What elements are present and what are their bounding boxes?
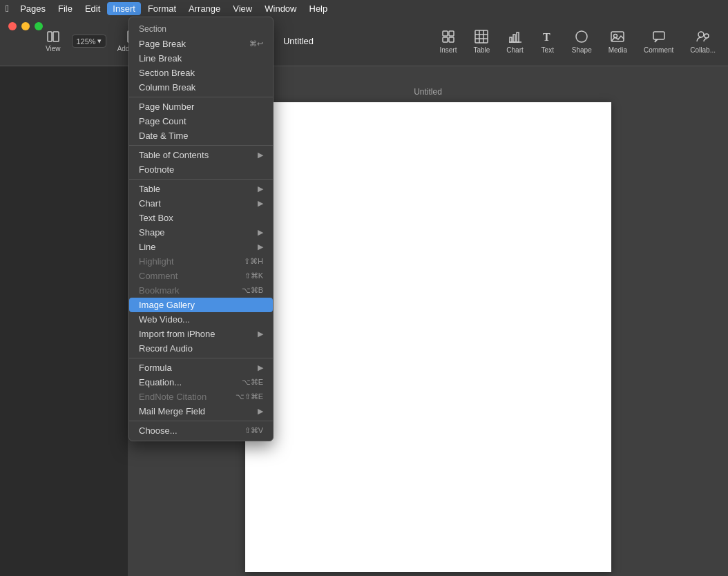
zoom-control[interactable]: 125% ▾ <box>72 35 106 48</box>
menu-item-page-break[interactable]: Page Break ⌘↩ <box>129 37 273 51</box>
menu-item-record-audio[interactable]: Record Audio <box>129 341 273 356</box>
tool-shape[interactable]: Shape <box>565 26 599 57</box>
insert-menu: Section Page Break ⌘↩ Line Break Section… <box>128 17 274 441</box>
separator-4 <box>129 358 273 358</box>
svg-text:T: T <box>543 31 550 43</box>
separator-2 <box>129 145 273 146</box>
document-title: Untitled <box>283 36 314 46</box>
menu-item-toc[interactable]: Table of Contents ▶ <box>129 148 273 162</box>
menu-item-table[interactable]: Table ▶ <box>129 182 273 196</box>
separator-5 <box>129 421 273 421</box>
menubar-arrange[interactable]: Arrange <box>183 2 226 15</box>
tool-text[interactable]: T Text <box>533 26 562 57</box>
svg-rect-5 <box>443 31 448 36</box>
traffic-lights <box>8 22 43 30</box>
main-area: Untitled <box>0 66 728 576</box>
menu-item-formula[interactable]: Formula ▶ <box>129 361 273 375</box>
menubar-pages[interactable]: Pages <box>15 2 51 15</box>
menubar-window[interactable]: Window <box>259 2 302 15</box>
menu-section-label: Section <box>129 20 273 37</box>
menubar-insert[interactable]: Insert <box>107 2 141 15</box>
menubar-format[interactable]: Format <box>142 2 182 15</box>
svg-point-24 <box>705 34 709 38</box>
menubar-help[interactable]: Help <box>304 2 334 15</box>
svg-rect-8 <box>449 37 454 42</box>
svg-rect-22 <box>653 32 664 39</box>
toolbar: View 125% ▾ Add Page Untitled Insert Tab… <box>0 17 728 66</box>
menu-item-section-break[interactable]: Section Break <box>129 66 273 80</box>
svg-rect-14 <box>510 37 512 42</box>
tool-table[interactable]: Table <box>466 26 497 57</box>
svg-rect-6 <box>449 31 454 36</box>
menu-item-comment[interactable]: Comment ⇧⌘K <box>129 269 273 283</box>
svg-rect-7 <box>443 37 448 42</box>
menu-item-column-break[interactable]: Column Break <box>129 80 273 95</box>
menubar:  Pages File Edit Insert Format Arrange … <box>0 0 728 17</box>
svg-rect-0 <box>48 32 52 41</box>
menubar-view[interactable]: View <box>227 2 258 15</box>
tool-insert[interactable]: Insert <box>432 26 463 57</box>
svg-point-23 <box>698 32 704 37</box>
svg-rect-15 <box>513 35 515 42</box>
tool-collab[interactable]: Collab... <box>683 26 722 57</box>
menu-item-line-break[interactable]: Line Break <box>129 51 273 66</box>
separator-1 <box>129 97 273 97</box>
menubar-edit[interactable]: Edit <box>79 2 106 15</box>
menu-item-image-gallery[interactable]: Image Gallery <box>129 298 273 312</box>
menubar-file[interactable]: File <box>52 2 78 15</box>
menu-item-bookmark[interactable]: Bookmark ⌥⌘B <box>129 283 273 298</box>
menu-item-equation[interactable]: Equation... ⌥⌘E <box>129 375 273 390</box>
document-name-label: Untitled <box>414 87 442 97</box>
separator-3 <box>129 179 273 180</box>
menu-item-mail-merge[interactable]: Mail Merge Field ▶ <box>129 404 273 419</box>
sidebar <box>0 66 128 576</box>
close-button[interactable] <box>8 22 17 30</box>
fullscreen-button[interactable] <box>35 22 43 30</box>
menu-item-page-number[interactable]: Page Number <box>129 99 273 114</box>
menu-item-endnote[interactable]: EndNote Citation ⌥⇧⌘E <box>129 390 273 404</box>
menu-item-highlight[interactable]: Highlight ⇧⌘H <box>129 254 273 269</box>
menu-item-import-iphone[interactable]: Import from iPhone ▶ <box>129 327 273 341</box>
view-button[interactable]: View <box>40 27 66 55</box>
tool-chart[interactable]: Chart <box>499 26 530 57</box>
tool-media[interactable]: Media <box>602 26 634 57</box>
svg-point-19 <box>576 31 587 42</box>
svg-rect-1 <box>53 32 59 41</box>
menu-item-text-box[interactable]: Text Box <box>129 211 273 225</box>
tool-comment[interactable]: Comment <box>637 26 680 57</box>
menu-item-date-time[interactable]: Date & Time <box>129 128 273 143</box>
document-title-area: Untitled <box>283 36 314 46</box>
svg-rect-16 <box>517 32 519 42</box>
menu-item-line[interactable]: Line ▶ <box>129 240 273 254</box>
menu-item-chart[interactable]: Chart ▶ <box>129 196 273 211</box>
document-page <box>245 102 611 572</box>
toolbar-tools: Insert Table Chart T Text Shape Media Co… <box>432 26 722 57</box>
apple-menu[interactable]:  <box>6 3 9 14</box>
svg-rect-9 <box>475 30 488 43</box>
menu-item-choose[interactable]: Choose... ⇧⌘V <box>129 423 273 438</box>
menu-item-footnote[interactable]: Footnote <box>129 162 273 177</box>
menu-item-web-video[interactable]: Web Video... <box>129 312 273 327</box>
menu-item-page-count[interactable]: Page Count <box>129 114 273 128</box>
minimize-button[interactable] <box>21 22 30 30</box>
menu-item-shape[interactable]: Shape ▶ <box>129 225 273 240</box>
